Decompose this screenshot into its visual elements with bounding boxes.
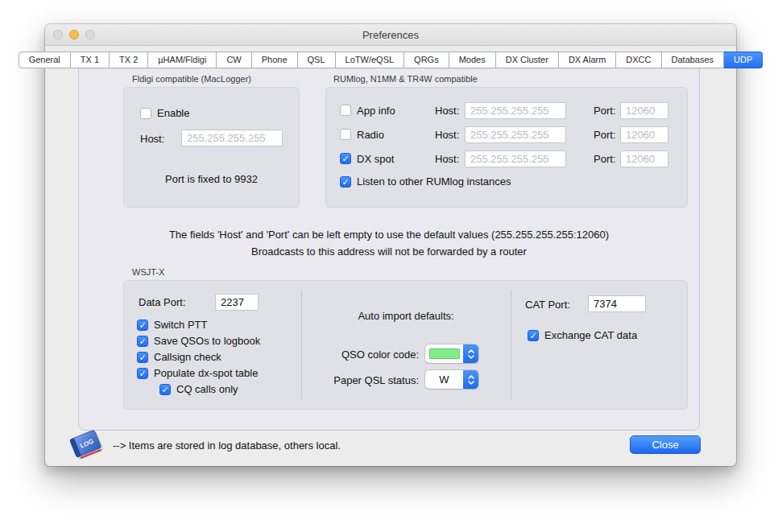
tab-udp[interactable]: UDP xyxy=(724,52,763,68)
tab-lotw-eqsl[interactable]: LoTW/eQSL xyxy=(336,52,405,68)
populate-dxspot-label: Populate dx-spot table xyxy=(154,367,258,379)
populate-dxspot-checkbox[interactable]: ✓ xyxy=(137,368,148,379)
tab-qrgs[interactable]: QRGs xyxy=(404,52,449,68)
switch-ptt-checkbox[interactable]: ✓ xyxy=(137,320,148,331)
enable-checkbox[interactable] xyxy=(140,108,151,119)
app-info-label: App info xyxy=(357,105,435,117)
checkmark-icon: ✓ xyxy=(341,154,350,163)
switch-ptt-label: Switch PTT xyxy=(154,319,207,331)
switch-ptt-row: ✓ Switch PTT xyxy=(137,319,207,331)
divider xyxy=(511,291,511,399)
save-qsos-label: Save QSOs to logbook xyxy=(154,335,260,347)
tab-uham-fldigi[interactable]: µHAM/Fldigi xyxy=(148,52,217,68)
paper-qsl-value: W xyxy=(425,373,463,386)
defaults-note: The fields 'Host' and 'Port' can be left… xyxy=(79,226,699,260)
fldigi-host-input[interactable] xyxy=(181,130,283,146)
tab-phone[interactable]: Phone xyxy=(252,52,298,68)
app-info-port-input[interactable] xyxy=(620,102,668,119)
checkmark-icon: ✓ xyxy=(138,336,147,346)
auto-import-label: Auto import defaults: xyxy=(301,310,511,322)
radio-row: Radio Host: Port: xyxy=(340,126,668,143)
tab-dx-cluster[interactable]: DX Cluster xyxy=(496,52,559,68)
fldigi-port-note: Port is fixed to 9932 xyxy=(124,173,299,185)
radio-port-label: Port: xyxy=(594,129,620,141)
enable-label: Enable xyxy=(157,107,189,119)
checkmark-icon: ✓ xyxy=(138,369,147,378)
listen-checkbox[interactable]: ✓ xyxy=(340,176,351,188)
listen-row: ✓ Listen to other RUMlog instances xyxy=(340,175,511,188)
data-port-input[interactable] xyxy=(215,294,259,311)
udp-tab-panel: Fldigi compatible (MacLogger) Enable Hos… xyxy=(78,60,700,431)
paper-qsl-popup[interactable]: W xyxy=(425,370,478,389)
tab-modes[interactable]: Modes xyxy=(449,52,496,68)
fldigi-enable-row: Enable xyxy=(140,107,189,119)
tab-dxcc[interactable]: DXCC xyxy=(616,52,661,68)
app-info-row: App info Host: Port: xyxy=(340,101,668,119)
popup-stepper-icon xyxy=(463,344,478,363)
defaults-note-line2: Broadcasts to this address will not be f… xyxy=(79,243,699,260)
callsign-check-checkbox[interactable]: ✓ xyxy=(137,352,148,363)
cq-calls-checkbox[interactable]: ✓ xyxy=(159,384,171,395)
tab-qsl[interactable]: QSL xyxy=(298,52,336,68)
dx-spot-checkbox[interactable]: ✓ xyxy=(340,153,351,164)
radio-host-input[interactable] xyxy=(465,126,566,143)
tab-databases[interactable]: Databases xyxy=(662,52,725,68)
footer-note: --> Items are stored in log database, ot… xyxy=(113,439,341,452)
log-book-icon: LOG xyxy=(66,427,106,462)
qso-color-popup[interactable] xyxy=(425,344,478,363)
checkmark-icon: ✓ xyxy=(138,320,147,330)
wsjtx-group-label: WSJT-X xyxy=(132,267,164,277)
radio-label: Radio xyxy=(357,129,435,141)
save-qsos-row: ✓ Save QSOs to logbook xyxy=(137,335,260,347)
defaults-note-line1: The fields 'Host' and 'Port' can be left… xyxy=(79,226,699,243)
titlebar[interactable]: Preferences xyxy=(45,24,736,46)
data-port-label: Data Port: xyxy=(139,296,186,308)
tab-tx2[interactable]: TX 2 xyxy=(110,52,148,68)
app-info-host-label: Host: xyxy=(435,105,465,117)
exchange-cat-label: Exchange CAT data xyxy=(544,329,637,341)
dx-spot-host-input[interactable] xyxy=(465,151,566,167)
cat-port-label: CAT Port: xyxy=(525,299,570,311)
wsjtx-groupbox: Data Port: ✓ Switch PTT ✓ Save QSOs to l… xyxy=(123,280,688,410)
qso-color-label: QSO color code: xyxy=(301,348,419,361)
cq-calls-label: CQ calls only xyxy=(176,383,238,395)
dx-spot-port-input[interactable] xyxy=(620,151,668,167)
checkmark-icon: ✓ xyxy=(160,385,170,394)
radio-checkbox[interactable] xyxy=(340,129,351,140)
fldigi-host-label: Host: xyxy=(140,133,164,145)
dx-spot-host-label: Host: xyxy=(435,153,465,165)
radio-host-label: Host: xyxy=(435,129,465,141)
tab-general[interactable]: General xyxy=(19,52,71,68)
qso-color-swatch xyxy=(425,348,463,359)
cq-calls-row: ✓ CQ calls only xyxy=(159,383,238,395)
app-info-checkbox[interactable] xyxy=(340,105,351,116)
close-button[interactable]: Close xyxy=(630,435,701,454)
tab-dx-alarm[interactable]: DX Alarm xyxy=(559,52,616,68)
checkmark-icon: ✓ xyxy=(528,331,538,340)
preferences-window: Preferences General TX 1 TX 2 µHAM/Fldig… xyxy=(45,24,736,466)
checkmark-icon: ✓ xyxy=(341,177,350,187)
popup-stepper-icon xyxy=(463,370,478,389)
window-title: Preferences xyxy=(45,29,736,41)
fldigi-group-label: Fldigi compatible (MacLogger) xyxy=(132,74,251,84)
fldigi-groupbox: Enable Host: Port is fixed to 9932 xyxy=(123,87,300,208)
callsign-check-row: ✓ Callsign check xyxy=(137,351,221,363)
desktop: Preferences General TX 1 TX 2 µHAM/Fldig… xyxy=(0,0,778,532)
dx-spot-row: ✓ DX spot Host: Port: xyxy=(340,150,668,167)
paper-qsl-label: Paper QSL status: xyxy=(301,374,419,386)
save-qsos-checkbox[interactable]: ✓ xyxy=(137,336,148,347)
preferences-tab-bar: General TX 1 TX 2 µHAM/Fldigi CW Phone Q… xyxy=(45,52,736,68)
radio-port-input[interactable] xyxy=(620,126,668,143)
tab-tx1[interactable]: TX 1 xyxy=(71,52,110,68)
tab-cw[interactable]: CW xyxy=(217,52,251,68)
populate-dxspot-row: ✓ Populate dx-spot table xyxy=(137,367,258,379)
callsign-check-label: Callsign check xyxy=(154,351,221,363)
rumlog-group-label: RUMlog, N1MM & TR4W compatible xyxy=(333,74,478,84)
cat-port-input[interactable] xyxy=(588,295,646,312)
exchange-cat-row: ✓ Exchange CAT data xyxy=(528,329,637,341)
exchange-cat-checkbox[interactable]: ✓ xyxy=(528,330,539,341)
dx-spot-port-label: Port: xyxy=(594,153,620,165)
dx-spot-label: DX spot xyxy=(357,153,435,165)
app-info-host-input[interactable] xyxy=(465,102,566,119)
rumlog-groupbox: App info Host: Port: Radio Host: Port: ✓ xyxy=(325,87,688,208)
